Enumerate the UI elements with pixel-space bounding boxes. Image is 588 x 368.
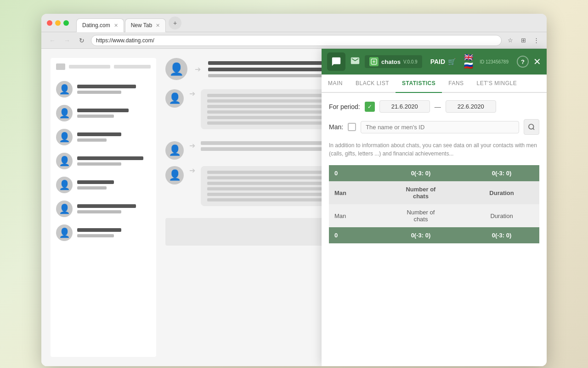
version-text: V.0.0.9 <box>403 59 418 64</box>
id-text: ID 123456789 <box>480 59 509 64</box>
maximize-traffic-light[interactable] <box>63 20 69 26</box>
browser-tab-newtab[interactable]: New Tab ✕ <box>125 18 166 32</box>
avatar: 👤 <box>56 129 73 145</box>
avatar: 👤 <box>165 89 184 108</box>
browser-tab-dating[interactable]: Dating.com ✕ <box>76 18 124 32</box>
table-data-row: Man Number of chats Duration <box>329 204 539 227</box>
data-num: Number of chats <box>378 204 464 227</box>
user-name-line <box>77 180 114 184</box>
header-cell-num: 0(-3: 0) <box>378 165 464 181</box>
avatar: 👤 <box>165 166 184 184</box>
id-flag-section: 🇬🇧 🇷🇺 <box>464 54 474 69</box>
tab-close-dating[interactable]: ✕ <box>114 23 118 29</box>
ru-flag-icon[interactable]: 🇷🇺 <box>464 62 474 69</box>
back-button[interactable]: ← <box>47 35 58 46</box>
man-search-input[interactable] <box>361 121 519 133</box>
date-separator: — <box>435 103 441 110</box>
period-checkbox[interactable]: ✓ <box>365 102 375 112</box>
extensions-icon[interactable]: ⊞ <box>518 35 528 46</box>
user-info <box>77 132 151 142</box>
list-item[interactable]: 👤 <box>56 77 151 101</box>
logo-text: chatos <box>381 58 401 65</box>
logo-icon <box>369 57 379 66</box>
period-label: For period: <box>329 103 360 110</box>
user-info <box>77 204 151 213</box>
help-button[interactable]: ? <box>517 56 529 68</box>
tab-label-dating: Dating.com <box>82 22 110 29</box>
traffic-lights <box>47 20 69 26</box>
list-item[interactable]: 👤 <box>56 149 151 173</box>
extension-header: chatos V.0.0.9 PAID 🛒 🇬🇧 🇷🇺 PAID ID 1234… <box>322 49 547 75</box>
tab-main[interactable]: MAIN <box>322 75 349 93</box>
close-traffic-light[interactable] <box>47 20 52 26</box>
reload-button[interactable]: ↻ <box>76 35 87 46</box>
arrow-right-icon: ➔ <box>189 89 195 135</box>
tab-fans[interactable]: FANS <box>442 75 470 93</box>
date-to-input[interactable] <box>446 100 496 113</box>
footer-cell-zero: 0 <box>329 227 378 243</box>
user-status-line <box>77 115 114 118</box>
data-dur: Duration <box>464 204 539 227</box>
tab-close-newtab[interactable]: ✕ <box>156 23 160 29</box>
chat-icon[interactable] <box>327 52 345 71</box>
bookmark-icon[interactable]: ☆ <box>505 35 515 46</box>
date-from-input[interactable] <box>379 100 430 113</box>
table-subheader-row: Man Number of chats Duration <box>329 181 539 204</box>
data-man: Man <box>329 204 378 227</box>
user-name-line <box>77 228 121 232</box>
table-footer-row: 0 0(-3: 0) 0(-3: 0) <box>329 227 539 243</box>
user-name-line <box>77 85 136 88</box>
user-info <box>77 85 151 94</box>
close-button[interactable]: ✕ <box>533 56 541 67</box>
svg-point-1 <box>529 124 534 129</box>
paid-section: PAID 🛒 <box>430 58 458 66</box>
extension-logo: chatos V.0.0.9 <box>365 55 422 68</box>
menu-icon[interactable]: ⋮ <box>531 35 541 46</box>
uk-flag-icon[interactable]: 🇬🇧 <box>464 54 474 61</box>
email-icon[interactable] <box>350 56 360 68</box>
header-cell-dur: 0(-3: 0) <box>464 165 539 181</box>
search-button[interactable] <box>524 119 539 135</box>
minimize-traffic-light[interactable] <box>55 20 61 26</box>
address-bar[interactable]: https://www.dating.com/ <box>91 35 502 46</box>
tab-letsmingle[interactable]: LET'S MINGLE <box>470 75 524 93</box>
statistics-body: For period: ✓ — Man: <box>322 93 547 251</box>
tabs-bar: Dating.com ✕ New Tab ✕ + <box>76 14 541 32</box>
user-info <box>77 156 151 166</box>
list-item[interactable]: 👤 <box>56 101 151 125</box>
list-item[interactable]: 👤 <box>56 125 151 149</box>
forward-button[interactable]: → <box>62 35 73 46</box>
titlebar: Dating.com ✕ New Tab ✕ + <box>41 14 547 32</box>
subheader-man: Man <box>329 181 378 204</box>
tab-label-newtab: New Tab <box>131 22 152 29</box>
sidebar-search-box <box>56 63 65 70</box>
user-info <box>77 180 151 190</box>
sidebar-search-line2 <box>114 65 151 69</box>
avatar: 👤 <box>56 177 73 193</box>
tab-statistics[interactable]: STATISTICS <box>396 75 442 93</box>
subheader-num: Number of chats <box>378 181 464 204</box>
extension-popup: chatos V.0.0.9 PAID 🛒 🇬🇧 🇷🇺 PAID ID 1234… <box>322 49 547 366</box>
list-item[interactable]: 👤 <box>56 197 151 221</box>
avatar: 👤 <box>165 141 184 160</box>
user-name-line <box>77 132 121 136</box>
avatar: 👤 <box>56 201 73 217</box>
browser-window: Dating.com ✕ New Tab ✕ + ← → ↻ https://w… <box>41 14 547 366</box>
user-status-line <box>77 186 107 190</box>
list-item[interactable]: 👤 <box>56 221 151 245</box>
arrow-right-icon: ➔ <box>195 65 201 74</box>
user-info <box>77 228 151 237</box>
user-status-line <box>77 91 121 94</box>
avatar: 👤 <box>165 58 187 80</box>
tab-blacklist[interactable]: BLACK LIST <box>349 75 396 93</box>
list-item[interactable]: 👤 <box>56 173 151 197</box>
man-checkbox[interactable] <box>348 123 356 131</box>
footer-cell-num: 0(-3: 0) <box>378 227 464 243</box>
user-status-line <box>77 138 107 142</box>
sidebar-search-line1 <box>69 65 110 69</box>
info-text: In addition to information about chats, … <box>329 141 539 158</box>
table-header-row: 0 0(-3: 0) 0(-3: 0) <box>329 165 539 181</box>
user-info <box>77 109 151 118</box>
id-text-section: PAID ID 123456789 <box>480 59 509 64</box>
new-tab-button[interactable]: + <box>169 17 181 29</box>
